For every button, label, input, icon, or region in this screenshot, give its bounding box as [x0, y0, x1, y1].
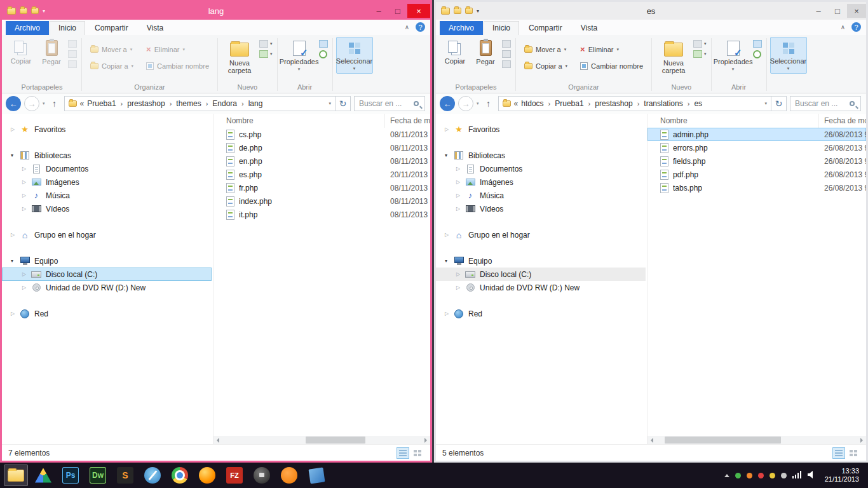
breadcrumb-overflow-icon[interactable]: «: [80, 99, 85, 108]
select-button[interactable]: Seleccionar ▾: [770, 37, 807, 74]
taskbar-dreamweaver[interactable]: Dw: [86, 464, 110, 486]
tray-gray-icon[interactable]: [781, 473, 787, 478]
properties-button[interactable]: Propiedades ▾: [715, 37, 752, 74]
paste-shortcut-icon[interactable]: [502, 60, 511, 68]
ribbon-collapse-icon[interactable]: ∧: [841, 24, 845, 30]
taskbar-firefox[interactable]: [195, 464, 219, 486]
scroll-right-icon[interactable]: [421, 436, 430, 444]
breadcrumb-item[interactable]: translations: [644, 99, 682, 108]
expander-icon[interactable]: ▷: [22, 179, 31, 185]
search-box[interactable]: Buscar en ...: [790, 96, 861, 111]
titlebar[interactable]: ▾ lang – □ ×: [2, 2, 430, 20]
expander-icon[interactable]: ▷: [22, 285, 31, 290]
tab-archivo[interactable]: Archivo: [440, 21, 483, 35]
edit-button[interactable]: [319, 40, 328, 48]
breadcrumb-item[interactable]: htdocs: [521, 99, 543, 108]
tab-vista[interactable]: Vista: [572, 21, 606, 35]
tray-green-icon[interactable]: [735, 473, 741, 478]
easy-access-button[interactable]: ▾: [693, 50, 707, 58]
sidebar-item-dvd[interactable]: ▷Unidad de DVD RW (D:) New: [436, 281, 647, 294]
scroll-thumb[interactable]: [306, 437, 365, 444]
tab-compartir[interactable]: Compartir: [520, 21, 571, 35]
breadcrumb-item[interactable]: themes: [176, 99, 201, 108]
expander-icon[interactable]: ▾: [445, 152, 453, 158]
qat-folder-icon[interactable]: [454, 8, 461, 14]
new-folder-button[interactable]: Nueva carpeta: [655, 37, 692, 77]
tab-inicio[interactable]: Inicio: [484, 21, 519, 35]
copy-to-button[interactable]: Copiar a▾: [519, 58, 573, 74]
sidebar-item-disco-local[interactable]: ▷Disco local (C:): [2, 268, 212, 281]
back-button[interactable]: ←: [6, 96, 21, 111]
expander-icon[interactable]: ▷: [445, 232, 453, 238]
expander-icon[interactable]: ▷: [11, 126, 19, 132]
tray-orange-icon[interactable]: [747, 473, 752, 478]
search-box[interactable]: Buscar en ...: [354, 96, 425, 111]
qat-folder-icon-2[interactable]: [31, 8, 39, 14]
taskbar-safari[interactable]: [140, 464, 165, 486]
taskbar-google-drive[interactable]: [31, 464, 55, 486]
search-icon[interactable]: [414, 101, 419, 106]
forward-button[interactable]: →: [24, 96, 39, 111]
file-row[interactable]: fields.php26/08/2013 9: [648, 154, 866, 168]
sidebar-item-favoritos[interactable]: ▷★Favoritos: [2, 123, 213, 136]
scroll-track[interactable]: [222, 436, 421, 444]
file-row[interactable]: en.php08/11/2013: [214, 154, 430, 168]
breadcrumb-item[interactable]: prestashop: [595, 99, 632, 108]
scroll-left-icon[interactable]: [214, 436, 222, 444]
horizontal-scrollbar[interactable]: [648, 436, 866, 444]
scroll-track[interactable]: [656, 436, 857, 444]
new-item-button[interactable]: ▾: [259, 40, 273, 48]
close-button[interactable]: ×: [407, 4, 430, 18]
search-icon[interactable]: [850, 101, 855, 106]
sidebar-item-dvd[interactable]: ▷Unidad de DVD RW (D:) New: [2, 281, 213, 294]
file-row[interactable]: tabs.php26/08/2013 9: [648, 181, 866, 194]
tab-archivo[interactable]: Archivo: [6, 21, 49, 35]
expander-icon[interactable]: ▾: [445, 258, 453, 264]
sidebar-item-equipo[interactable]: ▾Equipo: [436, 254, 647, 268]
file-row[interactable]: index.php08/11/2013: [214, 194, 430, 208]
details-view-button[interactable]: [832, 447, 845, 459]
address-bar[interactable]: « htdocs › Prueba1 › prestashop › transl…: [498, 96, 771, 111]
new-item-button[interactable]: ▾: [693, 40, 707, 48]
expander-icon[interactable]: ▷: [456, 166, 465, 172]
ribbon-collapse-icon[interactable]: ∧: [405, 24, 409, 30]
copy-path-icon[interactable]: [502, 50, 511, 58]
sidebar-item-bibliotecas[interactable]: ▾Bibliotecas: [436, 149, 647, 162]
expander-icon[interactable]: ▷: [456, 285, 465, 290]
sidebar-item-favoritos[interactable]: ▷★Favoritos: [436, 123, 647, 136]
history-button[interactable]: [753, 50, 762, 58]
move-to-button[interactable]: Mover a▾: [519, 42, 573, 57]
back-button[interactable]: ←: [440, 96, 455, 111]
column-header-fecha[interactable]: Fecha de mo: [385, 114, 430, 128]
file-row-selected[interactable]: admin.php26/08/2013 9: [648, 128, 866, 141]
qat-folder-icon-2[interactable]: [465, 8, 473, 14]
maximize-button[interactable]: □: [388, 4, 407, 18]
sidebar-item-imagenes[interactable]: ▷Imágenes: [2, 175, 213, 189]
file-row[interactable]: it.php08/11/2013: [214, 208, 430, 221]
taskbar-lock-app[interactable]: [250, 464, 274, 486]
copy-path-icon[interactable]: [68, 50, 77, 58]
expander-icon[interactable]: ▷: [22, 193, 31, 198]
maximize-button[interactable]: □: [828, 4, 847, 18]
scroll-left-icon[interactable]: [648, 436, 656, 444]
up-button[interactable]: ↑: [48, 98, 61, 109]
breadcrumb-item[interactable]: lang: [248, 99, 263, 108]
details-view-button[interactable]: [397, 447, 409, 459]
minimize-button[interactable]: –: [809, 4, 828, 18]
column-header-fecha[interactable]: Fecha de mo: [819, 114, 866, 128]
rename-button[interactable]: Cambiar nombre: [141, 58, 214, 74]
expander-icon[interactable]: ▾: [11, 258, 19, 264]
sidebar-item-disco-local[interactable]: ▷Disco local (C:): [436, 268, 646, 281]
tab-inicio[interactable]: Inicio: [50, 21, 85, 35]
tab-compartir[interactable]: Compartir: [86, 21, 137, 35]
history-button[interactable]: [319, 50, 328, 58]
help-icon[interactable]: ?: [851, 22, 861, 32]
file-row[interactable]: errors.php26/08/2013 9: [648, 141, 866, 154]
sidebar-item-grupo-hogar[interactable]: ▷⌂Grupo en el hogar: [2, 228, 213, 241]
expander-icon[interactable]: ▾: [11, 152, 19, 158]
icons-view-button[interactable]: [847, 447, 860, 459]
properties-button[interactable]: Propiedades ▾: [281, 37, 318, 74]
paste-shortcut-icon[interactable]: [68, 60, 77, 68]
scroll-thumb[interactable]: [665, 437, 781, 444]
sidebar-item-documentos[interactable]: ▷Documentos: [436, 162, 647, 175]
